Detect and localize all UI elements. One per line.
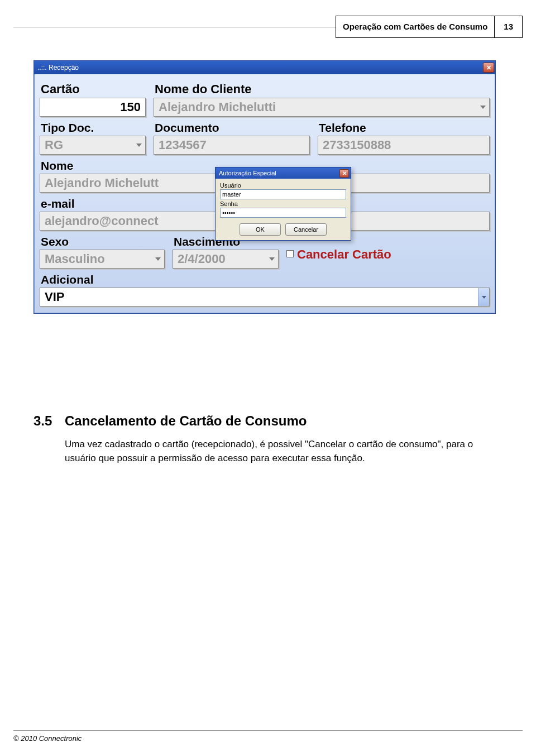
nome-cliente-combo[interactable]: Alejandro Michelutti — [154, 98, 490, 117]
auth-dialog: Autorização Especial ✕ Usuário Senha OK … — [215, 167, 351, 241]
chevron-down-icon — [269, 256, 275, 262]
sexo-value: Masculino — [45, 252, 105, 266]
tipo-doc-value: RG — [45, 138, 63, 152]
header-title-box: Operação com Cartões de Consumo 13 — [336, 16, 523, 38]
label-telefone: Telefone — [318, 118, 490, 136]
nascimento-value: 2/4/2000 — [178, 252, 226, 266]
senha-field[interactable] — [220, 208, 346, 218]
telefone-field[interactable]: 2733150888 — [318, 136, 490, 155]
label-documento: Documento — [154, 118, 310, 136]
reception-window: ..::. Recepção ✕ Cartão 150 Nome do Clie… — [34, 60, 496, 314]
section-paragraph: Uma vez cadastrado o cartão (recepcionad… — [65, 438, 502, 465]
checkbox-icon[interactable] — [286, 250, 294, 257]
chevron-down-icon — [478, 288, 489, 306]
label-adicional: Adicional — [40, 270, 490, 288]
chevron-down-icon — [480, 104, 486, 110]
label-sexo: Sexo — [40, 232, 165, 250]
section-number: 3.5 — [34, 413, 65, 429]
tipo-doc-combo[interactable]: RG — [40, 136, 146, 155]
window-titlebar[interactable]: ..::. Recepção ✕ — [34, 61, 495, 74]
label-usuario: Usuário — [220, 182, 346, 189]
header-title: Operação com Cartões de Consumo — [336, 16, 495, 37]
section-heading: 3.5Cancelamento de Cartão de Consumo — [34, 413, 502, 429]
label-senha: Senha — [220, 200, 346, 207]
label-nome-cliente: Nome do Cliente — [154, 79, 490, 98]
close-icon[interactable]: ✕ — [339, 169, 349, 178]
section-3-5: 3.5Cancelamento de Cartão de Consumo Uma… — [34, 413, 502, 465]
adicional-combo[interactable]: VIP — [40, 288, 490, 307]
documento-field[interactable]: 1234567 — [154, 136, 310, 155]
window-title: ..::. Recepção — [37, 64, 483, 71]
usuario-field[interactable] — [220, 189, 346, 199]
section-title: Cancelamento de Cartão de Consumo — [65, 413, 307, 428]
copyright: © 2010 Connectronic — [13, 734, 82, 743]
ok-button[interactable]: OK — [240, 223, 281, 236]
page-footer: © 2010 Connectronic — [13, 730, 523, 743]
chevron-down-icon — [136, 142, 142, 148]
adicional-value: VIP — [45, 290, 64, 304]
cancel-button[interactable]: Cancelar — [285, 223, 327, 236]
window-body: Cartão 150 Nome do Cliente Alejandro Mic… — [34, 74, 495, 313]
cancelar-cartao-label: Cancelar Cartão — [297, 247, 391, 262]
label-tipo-doc: Tipo Doc. — [40, 118, 146, 136]
chevron-down-icon — [155, 256, 161, 262]
auth-dialog-title: Autorização Especial — [219, 170, 339, 176]
auth-dialog-body: Usuário Senha OK Cancelar — [216, 179, 351, 240]
nascimento-combo[interactable]: 2/4/2000 — [173, 250, 279, 269]
auth-dialog-titlebar[interactable]: Autorização Especial ✕ — [216, 168, 351, 179]
page-header: Operação com Cartões de Consumo 13 — [0, 16, 536, 38]
header-page-number: 13 — [495, 16, 522, 37]
close-icon[interactable]: ✕ — [483, 63, 494, 73]
sexo-combo[interactable]: Masculino — [40, 250, 165, 269]
label-cartao: Cartão — [40, 79, 146, 98]
cartao-field[interactable]: 150 — [40, 98, 146, 117]
nome-cliente-value: Alejandro Michelutti — [159, 100, 276, 114]
